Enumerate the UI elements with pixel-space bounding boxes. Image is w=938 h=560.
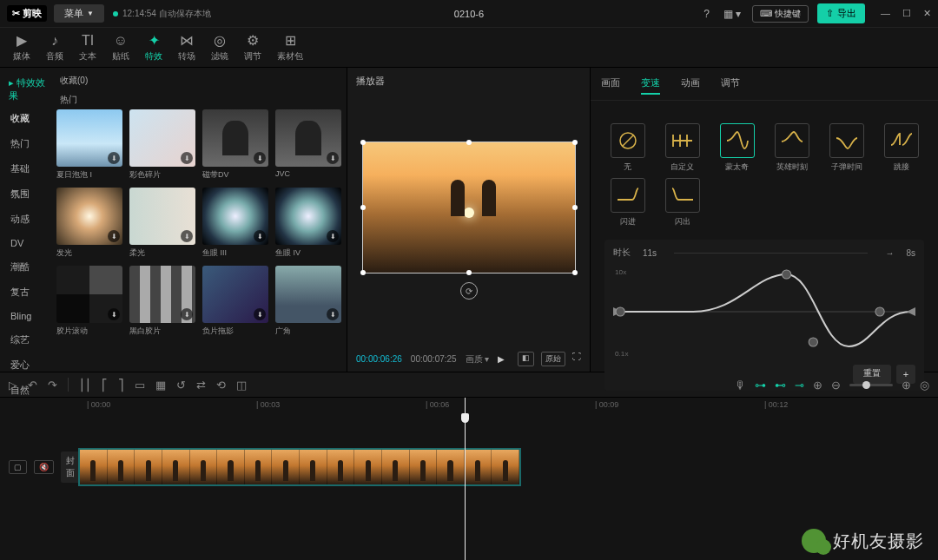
quality-label[interactable]: 画质 ▾ (466, 353, 490, 366)
split-clip-icon[interactable]: ▭ (135, 379, 145, 392)
link-icon[interactable]: ⊷ (775, 379, 786, 392)
download-icon[interactable]: ⬇ (108, 230, 120, 242)
crop-icon[interactable]: ◫ (236, 379, 247, 392)
mute-icon[interactable]: 🔇 (34, 460, 54, 474)
speed-curve-graph[interactable]: 10x 0.1x (613, 264, 915, 359)
split-icon[interactable]: ⎮⎮ (79, 379, 91, 392)
download-icon[interactable]: ⬇ (254, 230, 266, 242)
right-tab-动画[interactable]: 动画 (681, 73, 700, 95)
redo-icon[interactable]: ↷ (48, 379, 57, 392)
mirror-icon[interactable]: ⇄ (196, 379, 206, 392)
preset-跳接[interactable]: 跳接 (878, 123, 924, 173)
effect-发光[interactable]: ⬇发光 (56, 188, 122, 259)
download-icon[interactable]: ⬇ (181, 308, 193, 320)
cover-button[interactable]: 封面 (61, 451, 80, 483)
category-动感[interactable]: 动感 (0, 207, 56, 232)
right-tab-调节[interactable]: 调节 (721, 73, 740, 95)
minimize-icon[interactable]: — (881, 8, 890, 19)
toptab-音频[interactable]: ♪音频 (38, 33, 71, 63)
effect-磁带DV[interactable]: ⬇磁带DV (202, 109, 268, 181)
zoom-slider[interactable] (849, 384, 893, 386)
compare-icon[interactable]: ◧ (518, 352, 534, 366)
category-热门[interactable]: 热门 (0, 131, 56, 156)
snap-icon[interactable]: ⊶ (755, 379, 766, 392)
video-preview[interactable] (362, 142, 576, 273)
delete-right-icon[interactable]: ⎤ (118, 379, 124, 392)
category-综艺[interactable]: 综艺 (0, 327, 56, 352)
category-潮酷[interactable]: 潮酷 (0, 254, 56, 280)
effect-鱼眼 III[interactable]: ⬇鱼眼 III (202, 188, 268, 259)
ruler-tick: | 00:12 (764, 400, 788, 409)
category-爱心[interactable]: 爱心 (0, 352, 56, 378)
delete-left-icon[interactable]: ⎡ (102, 379, 108, 392)
download-icon[interactable]: ⬇ (327, 230, 339, 242)
effect-胶片滚动[interactable]: ⬇胶片滚动 (56, 266, 122, 337)
maximize-icon[interactable]: ☐ (902, 8, 911, 19)
pointer-tool-icon[interactable]: ▷ (9, 379, 17, 392)
effect-黑白胶片[interactable]: ⬇黑白胶片 (129, 266, 195, 337)
playhead[interactable] (465, 398, 466, 560)
download-icon[interactable]: ⬇ (108, 152, 120, 164)
toptab-贴纸[interactable]: ☺贴纸 (104, 33, 137, 63)
sync-icon[interactable]: ⟳ (460, 282, 478, 300)
favorites-label: 收藏(0) (56, 73, 341, 89)
toptab-特效[interactable]: ✦特效 (137, 32, 170, 63)
toptab-调节[interactable]: ⚙调节 (236, 32, 269, 63)
preset-子弹时间[interactable]: 子弹时间 (823, 123, 869, 173)
download-icon[interactable]: ⬇ (181, 230, 193, 242)
download-icon[interactable]: ⬇ (327, 152, 339, 164)
preset-闪进[interactable]: 闪进 (604, 178, 651, 227)
menu-button[interactable]: 菜单▼ (54, 4, 104, 23)
ratio-button[interactable]: 原始 (541, 352, 565, 366)
category-氛围[interactable]: 氛围 (0, 181, 56, 207)
zoom-fit-icon[interactable]: ◎ (920, 379, 929, 392)
download-icon[interactable]: ⬇ (108, 308, 120, 320)
zoom-in-icon[interactable]: ⊕ (902, 379, 911, 392)
play-button[interactable]: ▶ (498, 354, 505, 364)
fullscreen-icon[interactable]: ⛶ (572, 352, 581, 366)
toptab-转场[interactable]: ⋈转场 (170, 32, 203, 63)
track-toggle-icon[interactable]: ▢ (9, 460, 27, 474)
effect-鱼眼 IV[interactable]: ⬇鱼眼 IV (275, 188, 341, 259)
reverse-icon[interactable]: ↺ (176, 379, 186, 392)
effect-负片拖影[interactable]: ⬇负片拖影 (202, 266, 268, 337)
effect-彩色碎片[interactable]: ⬇彩色碎片 (129, 109, 195, 181)
preview-icon[interactable]: ⊸ (795, 379, 804, 392)
freeze-icon[interactable]: ▦ (155, 379, 166, 392)
effect-JVC[interactable]: ⬇JVC (275, 109, 341, 181)
preset-自定义[interactable]: 自定义 (659, 123, 705, 173)
export-button[interactable]: ⇧导出 (817, 3, 865, 23)
help-icon[interactable]: ? (701, 5, 712, 23)
zoom-out-icon[interactable]: ⊖ (831, 379, 841, 392)
effect-夏日泡泡 I[interactable]: ⬇夏日泡泡 I (56, 109, 122, 181)
rotate-icon[interactable]: ⟲ (216, 379, 226, 392)
close-icon[interactable]: ✕ (923, 8, 931, 19)
toptab-文本[interactable]: TI文本 (71, 33, 104, 63)
effect-广角[interactable]: ⬇广角 (275, 266, 341, 337)
toptab-滤镜[interactable]: ◎滤镜 (203, 32, 236, 63)
video-clip[interactable] (78, 448, 521, 486)
right-tab-画面[interactable]: 画面 (601, 73, 620, 95)
category-DV[interactable]: DV (0, 232, 56, 254)
undo-icon[interactable]: ↶ (28, 379, 37, 392)
preset-无[interactable]: 无 (604, 123, 651, 173)
right-tab-变速[interactable]: 变速 (641, 73, 660, 95)
category-基础[interactable]: 基础 (0, 156, 56, 181)
download-icon[interactable]: ⬇ (181, 152, 193, 164)
effect-柔光[interactable]: ⬇柔光 (129, 188, 195, 259)
preset-闪出[interactable]: 闪出 (659, 178, 705, 227)
category-Bling[interactable]: Bling (0, 305, 56, 327)
preset-英雄时刻[interactable]: 英雄时刻 (769, 123, 815, 173)
shortcuts-button[interactable]: ⌨ 快捷键 (752, 5, 809, 23)
download-icon[interactable]: ⬇ (254, 308, 266, 320)
toptab-素材包[interactable]: ⊞素材包 (269, 32, 311, 63)
download-icon[interactable]: ⬇ (327, 308, 339, 320)
preset-蒙太奇[interactable]: 蒙太奇 (714, 123, 760, 173)
download-icon[interactable]: ⬇ (254, 152, 266, 164)
toptab-媒体[interactable]: ▶媒体 (5, 32, 38, 63)
track-toggle-icon[interactable]: ⊕ (813, 379, 822, 392)
layout-icon[interactable]: ▦ ▾ (721, 5, 743, 23)
category-收藏[interactable]: 收藏 (0, 106, 56, 131)
category-复古[interactable]: 复古 (0, 280, 56, 305)
mic-icon[interactable]: 🎙 (735, 379, 746, 392)
